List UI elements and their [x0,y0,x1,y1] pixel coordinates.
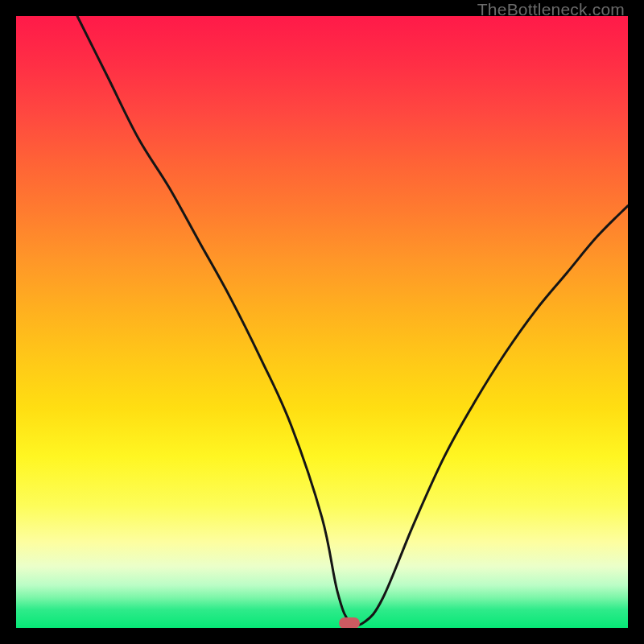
chart-frame: TheBottleneck.com [0,0,644,644]
plot-area [16,16,628,628]
bottleneck-curve [16,16,628,628]
optimum-marker [339,617,360,628]
